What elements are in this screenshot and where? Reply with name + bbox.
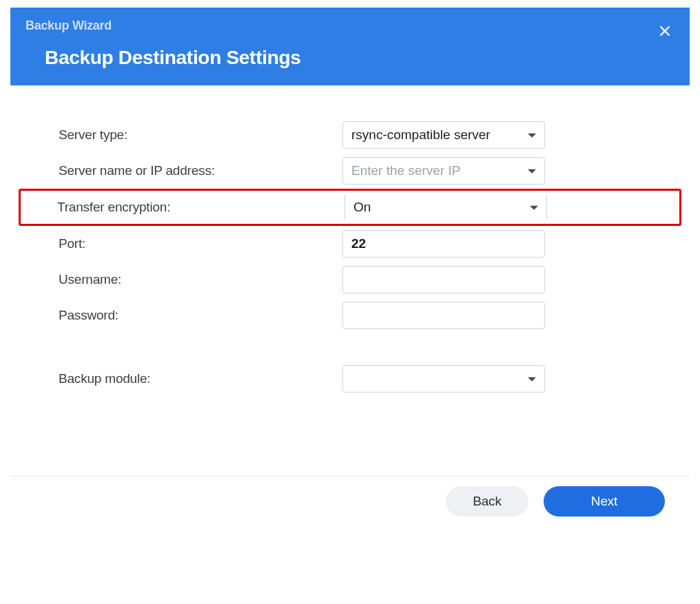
close-icon[interactable]: [657, 23, 673, 39]
username-input[interactable]: [351, 267, 536, 293]
transfer-encryption-value: On: [353, 200, 522, 215]
dialog-body: Server type: rsync-compatible server Ser…: [10, 85, 690, 526]
row-transfer-encryption: Transfer encryption: On: [19, 189, 681, 226]
backup-wizard-dialog: Backup Wizard Backup Destination Setting…: [10, 8, 690, 526]
port-input[interactable]: [351, 231, 536, 257]
backup-module-select[interactable]: [342, 365, 545, 393]
chevron-down-icon: [528, 134, 536, 138]
row-password: Password:: [24, 298, 676, 333]
dialog-footer: Back Next: [10, 476, 690, 526]
wizard-title: Backup Wizard: [25, 19, 675, 33]
row-server-name: Server name or IP address: Enter the ser…: [24, 153, 676, 189]
chevron-down-icon: [528, 169, 536, 174]
row-username: Username:: [24, 262, 676, 298]
server-name-combobox[interactable]: Enter the server IP: [342, 157, 545, 185]
label-server-name: Server name or IP address:: [24, 163, 342, 178]
row-port: Port:: [24, 226, 676, 262]
label-port: Port:: [24, 236, 342, 251]
server-type-value: rsync-compatible server: [351, 127, 519, 143]
label-transfer-encryption: Transfer encryption:: [26, 200, 344, 215]
transfer-encryption-select[interactable]: On: [344, 195, 547, 220]
row-backup-module: Backup module:: [24, 361, 676, 397]
label-server-type: Server type:: [24, 127, 342, 143]
dialog-header: Backup Wizard Backup Destination Setting…: [10, 8, 690, 85]
label-backup-module: Backup module:: [24, 371, 342, 386]
label-password: Password:: [24, 308, 342, 323]
spacer: [24, 333, 676, 361]
row-server-type: Server type: rsync-compatible server: [24, 117, 676, 153]
label-username: Username:: [24, 272, 342, 287]
form: Server type: rsync-compatible server Ser…: [24, 117, 676, 397]
password-input[interactable]: [351, 302, 536, 329]
server-name-placeholder: Enter the server IP: [351, 163, 519, 178]
server-type-select[interactable]: rsync-compatible server: [342, 121, 545, 149]
password-input-wrap: [342, 302, 545, 329]
username-input-wrap: [342, 266, 545, 293]
page-title: Backup Destination Settings: [25, 47, 675, 69]
back-button[interactable]: Back: [446, 486, 528, 517]
chevron-down-icon: [530, 206, 538, 210]
port-input-wrap: [342, 230, 545, 258]
chevron-down-icon: [528, 377, 536, 382]
next-button[interactable]: Next: [544, 486, 665, 517]
